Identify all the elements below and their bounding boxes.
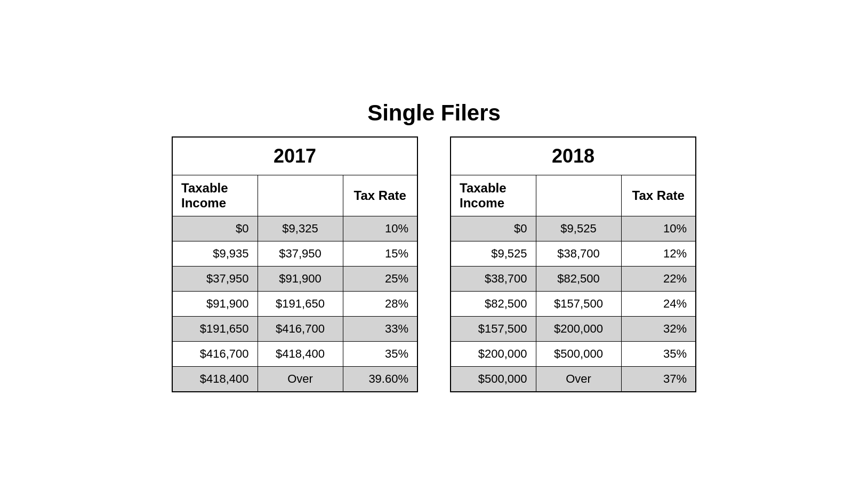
cell-from: $82,500	[451, 291, 536, 316]
cell-rate: 28%	[343, 291, 417, 316]
col-header-taxable-income-2018: TaxableIncome	[451, 175, 536, 216]
cell-from: $200,000	[451, 341, 536, 366]
table-row: $200,000$500,00035%	[451, 341, 696, 366]
cell-from: $0	[172, 216, 258, 241]
table-row: $38,700$82,50022%	[451, 266, 696, 291]
cell-rate: 10%	[621, 216, 696, 241]
cell-rate: 33%	[343, 316, 417, 341]
page-title: Single Filers	[367, 100, 501, 126]
table-row: $82,500$157,50024%	[451, 291, 696, 316]
table-row: $157,500$200,00032%	[451, 316, 696, 341]
table-row: $0$9,52510%	[451, 216, 696, 241]
cell-to: $38,700	[536, 241, 621, 266]
col-header-tax-rate-2017: Tax Rate	[343, 175, 417, 216]
table-row: $418,400Over39.60%	[172, 366, 417, 392]
table-row: $416,700$418,40035%	[172, 341, 417, 366]
table-row: $0$9,32510%	[172, 216, 417, 241]
cell-rate: 22%	[621, 266, 696, 291]
cell-to: $9,525	[536, 216, 621, 241]
table-row: $9,525$38,70012%	[451, 241, 696, 266]
cell-to: $500,000	[536, 341, 621, 366]
col-header-mid-2018	[536, 175, 621, 216]
cell-from: $38,700	[451, 266, 536, 291]
table-row: $91,900$191,65028%	[172, 291, 417, 316]
cell-rate: 32%	[621, 316, 696, 341]
tables-container: 2017 TaxableIncome Tax Rate $0$9,32510%$…	[172, 136, 696, 392]
cell-to: $157,500	[536, 291, 621, 316]
year-header-2017: 2017	[172, 137, 417, 175]
cell-to: $418,400	[258, 341, 343, 366]
cell-rate: 15%	[343, 241, 417, 266]
cell-to: Over	[258, 366, 343, 392]
cell-rate: 12%	[621, 241, 696, 266]
cell-rate: 25%	[343, 266, 417, 291]
cell-rate: 37%	[621, 366, 696, 392]
cell-to: $200,000	[536, 316, 621, 341]
cell-rate: 35%	[621, 341, 696, 366]
cell-rate: 35%	[343, 341, 417, 366]
table-row: $9,935$37,95015%	[172, 241, 417, 266]
cell-from: $418,400	[172, 366, 258, 392]
col-header-taxable-income-2017: TaxableIncome	[172, 175, 258, 216]
cell-from: $0	[451, 216, 536, 241]
cell-to: $37,950	[258, 241, 343, 266]
table-row: $191,650$416,70033%	[172, 316, 417, 341]
cell-rate: 10%	[343, 216, 417, 241]
cell-to: $191,650	[258, 291, 343, 316]
cell-rate: 39.60%	[343, 366, 417, 392]
cell-from: $37,950	[172, 266, 258, 291]
cell-to: $416,700	[258, 316, 343, 341]
cell-from: $416,700	[172, 341, 258, 366]
cell-from: $500,000	[451, 366, 536, 392]
table-2017: 2017 TaxableIncome Tax Rate $0$9,32510%$…	[172, 136, 418, 392]
cell-from: $157,500	[451, 316, 536, 341]
year-header-2018: 2018	[451, 137, 696, 175]
col-header-mid-2017	[258, 175, 343, 216]
cell-from: $91,900	[172, 291, 258, 316]
cell-to: Over	[536, 366, 621, 392]
cell-from: $9,935	[172, 241, 258, 266]
table-2018: 2018 TaxableIncome Tax Rate $0$9,52510%$…	[450, 136, 696, 392]
cell-from: $191,650	[172, 316, 258, 341]
cell-to: $91,900	[258, 266, 343, 291]
cell-rate: 24%	[621, 291, 696, 316]
cell-to: $82,500	[536, 266, 621, 291]
cell-from: $9,525	[451, 241, 536, 266]
col-header-tax-rate-2018: Tax Rate	[621, 175, 696, 216]
cell-to: $9,325	[258, 216, 343, 241]
table-row: $37,950$91,90025%	[172, 266, 417, 291]
table-row: $500,000Over37%	[451, 366, 696, 392]
